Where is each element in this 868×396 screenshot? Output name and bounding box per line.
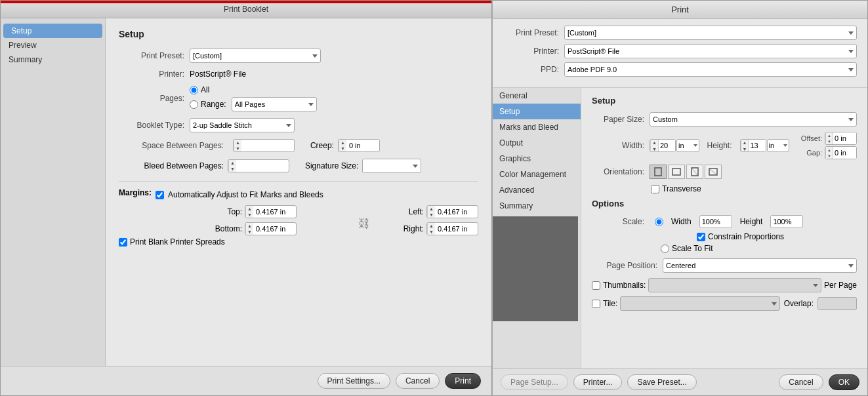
booklet-cancel-button[interactable]: Cancel <box>396 373 440 389</box>
printer-button[interactable]: Printer... <box>573 374 623 390</box>
height-field[interactable] <box>749 139 766 152</box>
booklet-print-button[interactable]: Print <box>445 373 481 389</box>
width-up[interactable]: ▲ <box>651 139 658 146</box>
booklet-type-select[interactable]: 2-up Saddle Stitch <box>190 118 295 132</box>
creep-field[interactable] <box>346 140 379 151</box>
bottom-down[interactable]: ▼ <box>246 229 253 235</box>
orientation-buttons <box>650 165 722 179</box>
space-down[interactable]: ▼ <box>234 146 241 151</box>
gap-up[interactable]: ▲ <box>826 147 833 153</box>
range-radio[interactable] <box>190 100 198 109</box>
creep-down[interactable]: ▼ <box>339 146 346 151</box>
overlap-field[interactable] <box>817 297 857 310</box>
print-preset-select[interactable]: [Custom] <box>190 49 321 63</box>
range-select[interactable]: All Pages <box>232 97 317 111</box>
print-booklet-dialog: Print Booklet Setup Preview Summary Setu… <box>0 0 492 396</box>
print-printer-dropdown[interactable]: PostScript® File <box>564 44 857 58</box>
orient-portrait-flip[interactable] <box>686 165 703 179</box>
scale-height-field[interactable] <box>770 215 803 228</box>
sig-size-select[interactable] <box>362 159 421 173</box>
orient-landscape[interactable] <box>668 165 685 179</box>
sidebar-item-preview[interactable]: Preview <box>1 38 105 52</box>
space-up[interactable]: ▲ <box>234 140 241 146</box>
auto-adjust-checkbox[interactable] <box>155 191 164 199</box>
offset-spinners: ▲ ▼ <box>825 132 833 144</box>
nav-advanced[interactable]: Advanced <box>493 182 581 198</box>
top-field[interactable] <box>253 206 296 218</box>
left-arrows: ▲ ▼ <box>427 206 435 218</box>
tile-checkbox[interactable] <box>592 300 600 308</box>
print-cancel-button[interactable]: Cancel <box>779 374 823 390</box>
scale-to-fit-radio[interactable] <box>661 245 669 253</box>
creep-arrows: ▲ ▼ <box>339 140 346 151</box>
bleed-between-label: Bleed Between Pages: <box>119 161 224 170</box>
left-up[interactable]: ▲ <box>428 206 435 212</box>
left-field[interactable] <box>435 206 478 218</box>
height-down[interactable]: ▼ <box>741 146 749 152</box>
nav-marks-bleed[interactable]: Marks and Bleed <box>493 119 581 135</box>
sidebar-item-summary[interactable]: Summary <box>1 52 105 67</box>
bottom-field[interactable] <box>253 223 296 235</box>
top-up[interactable]: ▲ <box>246 206 253 212</box>
pages-radio-group: All Range: All Pages <box>190 85 317 111</box>
thumbnails-checkbox[interactable] <box>592 281 600 290</box>
tile-label: Tile: <box>603 299 617 308</box>
sidebar-item-setup[interactable]: Setup <box>3 24 102 38</box>
print-ppd-dropdown[interactable]: Adobe PDF 9.0 <box>564 62 857 77</box>
print-title: Print <box>671 5 689 14</box>
paper-size-row: Paper Size: Custom <box>592 112 857 127</box>
print-settings-button[interactable]: Print Settings... <box>318 373 390 389</box>
offset-field[interactable] <box>833 132 856 144</box>
height-up[interactable]: ▲ <box>741 139 749 146</box>
save-preset-button[interactable]: Save Preset... <box>627 374 696 390</box>
gap-down[interactable]: ▼ <box>826 153 833 159</box>
all-radio[interactable] <box>190 86 198 94</box>
nav-output[interactable]: Output <box>493 135 581 151</box>
print-ok-button[interactable]: OK <box>829 374 859 390</box>
width-down[interactable]: ▼ <box>651 146 658 152</box>
nav-general[interactable]: General <box>493 88 581 104</box>
page-pos-dropdown[interactable]: Centered <box>663 258 857 273</box>
print-setup-panel: Setup Paper Size: Custom Width: ▲ ▼ <box>581 88 867 368</box>
bottom-up[interactable]: ▲ <box>246 223 253 229</box>
svg-rect-0 <box>655 168 661 176</box>
bottom-label: Bottom: <box>215 224 242 233</box>
offset-up[interactable]: ▲ <box>826 132 833 138</box>
options-section: Options Scale: Width Height Constrain Pr… <box>592 199 857 311</box>
nav-color-mgmt[interactable]: Color Management <box>493 167 581 182</box>
page-setup-button[interactable]: Page Setup... <box>501 374 568 390</box>
tile-select[interactable] <box>620 296 779 311</box>
scale-width-radio[interactable] <box>655 218 663 226</box>
orient-landscape-flip[interactable] <box>705 165 722 179</box>
orient-portrait[interactable] <box>650 165 667 179</box>
chain-icon: ⛓ <box>358 217 370 230</box>
constrain-checkbox[interactable] <box>697 233 705 241</box>
offset-down[interactable]: ▼ <box>826 138 833 144</box>
gap-field[interactable] <box>833 147 856 159</box>
space-between-field[interactable] <box>241 140 294 151</box>
nav-summary[interactable]: Summary <box>493 198 581 214</box>
scale-width-field[interactable] <box>699 215 732 228</box>
paper-size-dropdown[interactable]: Custom <box>650 112 857 127</box>
footer-left: Page Setup... Printer... Save Preset... <box>501 374 697 390</box>
printer-row: Printer: PostScript® File <box>119 69 478 79</box>
print-blank-checkbox[interactable] <box>119 238 127 247</box>
thumbnails-count[interactable] <box>648 278 821 292</box>
bleed-up[interactable]: ▲ <box>229 160 236 166</box>
nav-setup[interactable]: Setup <box>493 104 581 119</box>
transverse-checkbox[interactable] <box>651 185 659 193</box>
creep-up[interactable]: ▲ <box>339 140 346 146</box>
width-unit[interactable]: in <box>676 139 699 152</box>
bottom-margin-row: Bottom: ▲ ▼ <box>119 222 297 235</box>
height-unit[interactable]: in <box>767 139 790 152</box>
width-field[interactable] <box>659 139 676 152</box>
width-height-row: Width: ▲ ▼ in Height: ▲ ▼ <box>592 132 857 159</box>
width-input-group: ▲ ▼ <box>650 139 676 152</box>
nav-graphics[interactable]: Graphics <box>493 151 581 167</box>
bleed-down[interactable]: ▼ <box>229 166 236 172</box>
bleed-field[interactable] <box>236 160 289 172</box>
top-down[interactable]: ▼ <box>246 212 253 218</box>
print-preset-dropdown[interactable]: [Custom] <box>564 26 857 40</box>
print-nav: General Setup Marks and Bleed Output Gra… <box>493 88 581 368</box>
width-label: Width: <box>592 141 644 150</box>
